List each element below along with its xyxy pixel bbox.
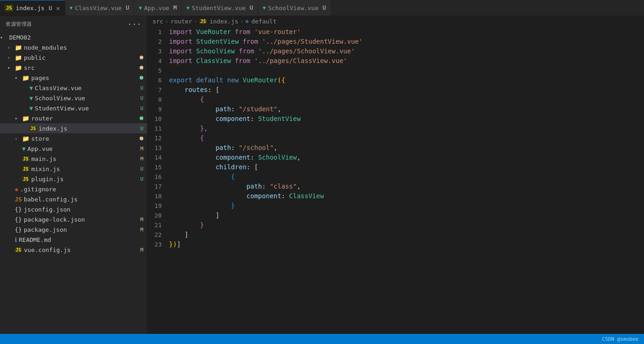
sidebar-item-jsconfig.json[interactable]: {}jsconfig.json (0, 204, 147, 214)
code-token: "/student" (239, 105, 277, 113)
badge-untracked: U (140, 85, 143, 91)
line-number: 16 (151, 172, 162, 182)
tab-SchoolView.vue[interactable]: ▼SchoolView.vueU (258, 0, 331, 16)
code-token: : (250, 115, 258, 122)
tree-item-label: mixin.js (31, 166, 140, 172)
sidebar-item-App.vue[interactable]: ▼App.vueM (0, 143, 147, 154)
code-line: { (169, 172, 635, 182)
sidebar-header: 资源管理器 ··· (0, 16, 147, 32)
code-line: import ClassView from '../pages/ClassVie… (169, 56, 635, 66)
sidebar-item-.gitignore[interactable]: ◈.gitignore (0, 184, 147, 194)
tab-label: App.vue (144, 5, 169, 11)
json-file-icon: {} (15, 226, 22, 233)
sidebar-item-node_modules[interactable]: ›📁node_modules (0, 42, 147, 52)
code-token (169, 183, 247, 190)
code-token: from (235, 57, 250, 64)
code-line: path: "class", (169, 182, 635, 191)
line-number: 4 (151, 56, 162, 66)
tab-close-button[interactable]: × (56, 5, 60, 12)
tab-StudentView.vue[interactable]: ▼StudentView.vueU (182, 0, 258, 16)
code-token: export (169, 76, 192, 84)
breadcrumb-separator: › (165, 18, 169, 25)
sidebar-item-index.js[interactable]: JSindex.jsU (0, 123, 147, 133)
code-token: ({ (277, 76, 285, 84)
tree-item-label: public (24, 54, 140, 61)
sidebar-item-vue.config.js[interactable]: JSvue.config.jsM (0, 245, 147, 255)
code-line: } (169, 220, 635, 230)
badge-untracked: U (140, 176, 143, 182)
breadcrumb-part[interactable]: src (153, 18, 163, 25)
sidebar-item-package.json[interactable]: {}package.jsonM (0, 224, 147, 235)
breadcrumb-separator: › (194, 18, 198, 25)
code-editor[interactable]: 1234567891011121314151617181920212223 im… (147, 27, 644, 334)
code-token: { (231, 173, 235, 180)
code-token (169, 154, 215, 161)
breadcrumb: src›router›JSindex.js›⊙default (147, 16, 644, 27)
tab-label: StudentView.vue (192, 5, 245, 11)
tab-modified-badge: U (322, 5, 326, 11)
tree-item-label: index.js (39, 125, 140, 132)
code-token: from (243, 38, 258, 45)
sidebar-item-SchoolView.vue[interactable]: ▼SchoolView.vueU (0, 93, 147, 103)
status-bar: CSDN @smobee (0, 334, 644, 344)
js-file-icon: JS (22, 166, 29, 172)
sidebar-item-package-lock.json[interactable]: {}package-lock.jsonM (0, 214, 147, 224)
sidebar-more-button[interactable]: ··· (128, 20, 141, 29)
code-token (192, 28, 196, 35)
sidebar-item-StudentView.vue[interactable]: ▼StudentView.vueU (0, 103, 147, 113)
code-token: from (239, 47, 254, 55)
sidebar-item-main.js[interactable]: JSmain.jsM (0, 154, 147, 164)
tab-label: index.js (16, 5, 45, 11)
tab-vue-icon: ▼ (70, 5, 73, 11)
code-token: SchoolView (258, 154, 297, 161)
sidebar-item-ClassView.vue[interactable]: ▼ClassView.vueU (0, 83, 147, 93)
code-token (169, 212, 215, 219)
line-number: 14 (151, 153, 162, 162)
sidebar-item-mixin.js[interactable]: JSmixin.jsU (0, 164, 147, 174)
badge-modified: M (140, 156, 143, 162)
code-token (169, 221, 200, 229)
code-token: StudentView (196, 38, 239, 45)
tab-bar: JSindex.jsU×▼ClassView.vueU▼App.vueM▼Stu… (0, 0, 644, 16)
code-token (192, 57, 196, 64)
line-number: 6 (151, 75, 162, 85)
sidebar-item-demo02[interactable]: ▾ DEMO02 (0, 32, 147, 42)
code-token: : (281, 192, 289, 200)
code-token: SchoolView (196, 47, 235, 55)
sidebar-item-pages[interactable]: ▾📁pages (0, 73, 147, 83)
code-token (169, 163, 215, 171)
badge-dot-green (140, 115, 143, 121)
sidebar-item-public[interactable]: ›📁public (0, 52, 147, 63)
badge-modified: M (140, 227, 143, 233)
sidebar-item-babel.config.js[interactable]: JSbabel.config.js (0, 194, 147, 204)
badge-dot-yellow (140, 65, 143, 71)
sidebar-item-README.md[interactable]: ℹREADME.md (0, 235, 147, 245)
code-token: path (247, 183, 262, 190)
line-numbers: 1234567891011121314151617181920212223 (147, 27, 169, 334)
code-token: } (231, 202, 235, 209)
line-number: 13 (151, 143, 162, 153)
line-number: 3 (151, 46, 162, 56)
code-line: ] (169, 230, 635, 240)
tree-collapse-arrow: ▾ (7, 65, 15, 70)
tree-item-label: App.vue (28, 145, 141, 152)
tab-ClassView.vue[interactable]: ▼ClassView.vueU (65, 0, 135, 16)
sidebar-item-router[interactable]: ▾📁router (0, 113, 147, 123)
code-token: StudentView (258, 115, 301, 122)
code-token (169, 192, 247, 200)
code-line: export default new VueRouter({ (169, 75, 635, 85)
tab-index.js[interactable]: JSindex.jsU× (0, 0, 65, 16)
badge-untracked: U (140, 95, 143, 101)
tree-item-label: main.js (31, 155, 140, 162)
sidebar-item-src[interactable]: ▾📁src (0, 63, 147, 73)
badge-untracked: U (140, 126, 143, 132)
sidebar-item-store[interactable]: ›📁store (0, 133, 147, 143)
breadcrumb-part[interactable]: router (170, 18, 192, 25)
code-token: children (215, 163, 246, 171)
vue-file-icon: ▼ (29, 85, 33, 92)
sidebar-item-plugin.js[interactable]: JSplugin.jsU (0, 174, 147, 184)
tab-App.vue[interactable]: ▼App.vueM (134, 0, 182, 16)
code-token: }, (200, 125, 208, 132)
status-right-text: CSDN @smobee (602, 336, 638, 342)
md-file-icon: ℹ (15, 236, 17, 243)
